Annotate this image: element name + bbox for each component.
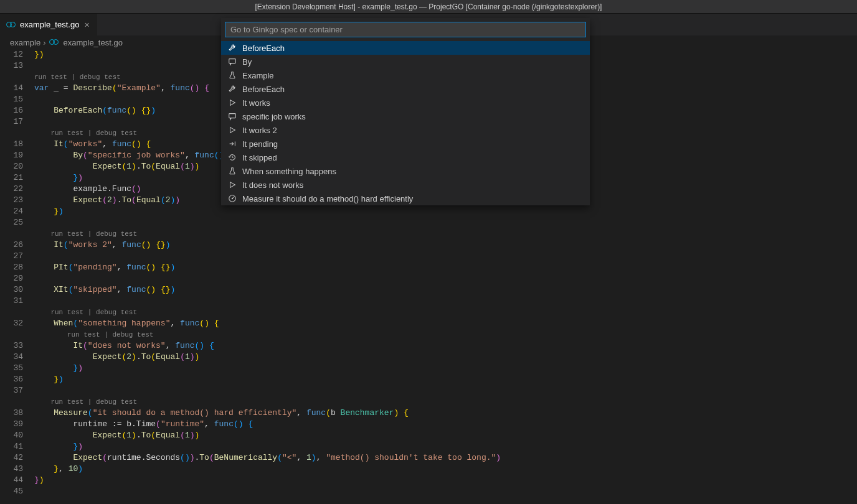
codelens-debug[interactable]: debug test: [96, 398, 137, 406]
quick-pick-item[interactable]: It works: [221, 96, 590, 110]
codelens-debug[interactable]: debug test: [96, 230, 137, 238]
line-number: 20: [0, 161, 23, 172]
skip-icon: [227, 139, 237, 149]
close-icon[interactable]: ×: [83, 20, 90, 30]
line-number: 32: [0, 318, 23, 329]
codelens-debug[interactable]: debug test: [96, 309, 137, 316]
line-number: [0, 329, 23, 340]
line-number: 14: [0, 83, 23, 94]
svg-rect-1: [229, 114, 236, 118]
codelens-run[interactable]: run test: [50, 129, 83, 137]
line-number: 16: [0, 105, 23, 116]
quick-pick-item-label: When something happens: [242, 167, 336, 176]
comment-icon: [227, 57, 237, 67]
chevron-right-icon: ›: [43, 38, 45, 47]
quick-pick-item[interactable]: It skipped: [221, 151, 590, 164]
codelens-debug[interactable]: debug test: [96, 129, 137, 137]
quick-pick-input[interactable]: [225, 22, 586, 37]
quick-pick-item[interactable]: When something happens: [221, 164, 590, 178]
line-number: 24: [0, 206, 23, 217]
quick-pick-item-label: Measure it should do a method() hard eff…: [242, 194, 413, 203]
line-number: 43: [0, 464, 23, 475]
quick-pick-panel: BeforeEachByExampleBeforeEachIt worksspe…: [221, 18, 590, 205]
line-number: 30: [0, 284, 23, 296]
quick-pick-item[interactable]: Measure it should do a method() hard eff…: [221, 192, 590, 205]
play-icon: [227, 125, 237, 135]
beaker-icon: [227, 166, 237, 176]
line-number: 44: [0, 475, 23, 486]
quick-pick-item-label: It does not works: [242, 180, 303, 190]
line-number: 37: [0, 385, 23, 396]
comment-icon: [227, 111, 237, 121]
codelens-run[interactable]: run test: [50, 398, 83, 406]
line-number: 35: [0, 363, 23, 374]
breadcrumb-file[interactable]: example_test.go: [63, 38, 122, 47]
quick-pick-list: BeforeEachByExampleBeforeEachIt worksspe…: [221, 41, 590, 205]
line-number: 33: [0, 340, 23, 352]
line-number: 25: [0, 217, 23, 228]
beaker-icon: [227, 70, 237, 80]
svg-point-3: [232, 198, 232, 198]
line-number: 27: [0, 251, 23, 262]
line-number: 39: [0, 419, 23, 430]
quick-pick-item-label: By: [242, 57, 252, 67]
line-number: 18: [0, 139, 23, 150]
line-number: 28: [0, 262, 23, 273]
quick-pick-item[interactable]: BeforeEach: [221, 82, 590, 96]
line-number: 23: [0, 195, 23, 206]
line-number: [0, 72, 23, 83]
codelens-debug[interactable]: debug test: [80, 73, 121, 81]
breadcrumb-folder[interactable]: example: [10, 38, 40, 47]
quick-pick-item[interactable]: By: [221, 55, 590, 68]
line-number: 22: [0, 184, 23, 195]
quick-pick-item-label: It works 2: [242, 126, 277, 135]
quick-pick-item-label: specific job works: [242, 112, 306, 121]
wrench-icon: [227, 84, 237, 94]
line-number: 41: [0, 441, 23, 452]
line-number: 36: [0, 374, 23, 385]
dashboard-icon: [227, 194, 237, 203]
go-file-icon: [49, 39, 59, 45]
quick-pick-item-label: It pending: [242, 139, 278, 149]
line-number: 29: [0, 273, 23, 284]
line-number: 17: [0, 116, 23, 128]
line-number: 38: [0, 408, 23, 419]
wrench-icon: [227, 43, 237, 53]
line-number: 26: [0, 240, 23, 251]
codelens-run[interactable]: run test: [34, 73, 67, 81]
line-number: [0, 396, 23, 408]
line-number: 12: [0, 49, 23, 60]
line-number: [0, 128, 23, 139]
quick-pick-item[interactable]: specific job works: [221, 110, 590, 123]
codelens-run[interactable]: run test: [50, 230, 83, 238]
play-icon: [227, 180, 237, 190]
codelens-debug[interactable]: debug test: [112, 331, 153, 338]
codelens-run[interactable]: run test: [67, 331, 100, 338]
history-icon: [227, 152, 237, 162]
line-number: 19: [0, 150, 23, 161]
quick-pick-item-label: Example: [242, 71, 274, 80]
quick-pick-item[interactable]: It does not works: [221, 178, 590, 192]
quick-pick-item-label: BeforeEach: [242, 85, 285, 94]
quick-pick-item[interactable]: BeforeEach: [221, 41, 590, 55]
tab-label: example_test.go: [20, 20, 79, 29]
line-number: 15: [0, 94, 23, 105]
quick-pick-item-label: BeforeEach: [242, 44, 285, 53]
quick-pick-item[interactable]: Example: [221, 68, 590, 82]
quick-pick-item-label: It skipped: [242, 153, 277, 162]
quick-pick-item[interactable]: It works 2: [221, 123, 590, 137]
quick-pick-item[interactable]: It pending: [221, 137, 590, 151]
tab-example-test[interactable]: example_test.go ×: [0, 14, 98, 35]
line-number-gutter: 1213141516171819202122232425262728293031…: [0, 49, 34, 497]
quick-pick-item-label: It works: [242, 98, 270, 108]
line-number: 40: [0, 430, 23, 441]
window-titlebar: [Extension Development Host] - example_t…: [0, 0, 857, 14]
svg-rect-0: [229, 59, 236, 63]
line-number: 34: [0, 352, 23, 363]
line-number: 45: [0, 486, 23, 497]
line-number: 42: [0, 452, 23, 464]
line-number: [0, 228, 23, 240]
line-number: 13: [0, 60, 23, 72]
go-file-icon: [6, 22, 16, 28]
codelens-run[interactable]: run test: [50, 309, 83, 316]
